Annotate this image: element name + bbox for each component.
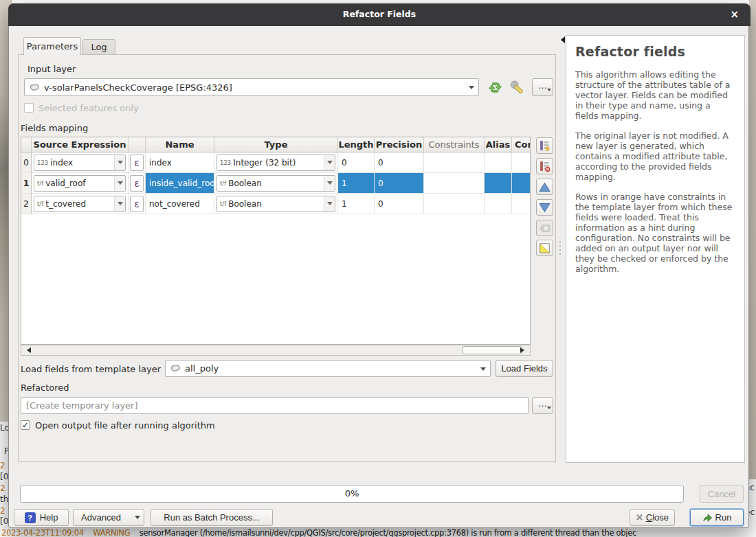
background-log-fragment: 2 — [0, 506, 5, 516]
scroll-right-arrow-icon[interactable] — [520, 347, 527, 353]
collapse-help-panel-arrow-icon[interactable] — [557, 36, 565, 43]
selected-features-label: Selected features only — [38, 103, 139, 113]
length-cell[interactable]: 0 — [338, 152, 375, 173]
name-cell[interactable]: inside_valid_roof — [146, 173, 214, 194]
scrollbar-thumb[interactable] — [463, 346, 522, 354]
comment-cell[interactable] — [512, 152, 531, 173]
advanced-options-button[interactable] — [507, 78, 528, 97]
header-precision: Precision — [375, 137, 424, 152]
selected-features-checkbox[interactable] — [24, 103, 34, 113]
open-output-checkbox[interactable]: ✓ — [21, 420, 30, 430]
title-bar[interactable]: Refactor Fields × — [8, 3, 751, 26]
background-log-fragment: th — [0, 494, 8, 504]
output-destination-value: [Create temporary layer] — [26, 400, 138, 411]
table-row-selected: 1 t/f valid_roof ε inside_valid_roof t/f — [21, 173, 530, 194]
advanced-button[interactable]: Advanced — [73, 509, 144, 526]
type-cell: 123 Integer (32 bit) — [214, 152, 338, 173]
help-button[interactable]: ? Help — [14, 509, 69, 526]
help-paragraph: Rows in orange have constraints in the t… — [575, 192, 735, 274]
advanced-label: Advanced — [81, 512, 121, 523]
length-cell[interactable]: 1 — [338, 194, 375, 214]
name-cell[interactable]: index — [146, 152, 214, 173]
background-log-fragment: [0 — [0, 472, 8, 481]
scroll-left-arrow-icon[interactable] — [24, 347, 31, 353]
source-expression-cell: 123 index — [32, 152, 129, 173]
chevron-down-icon — [118, 181, 123, 187]
table-horizontal-scrollbar[interactable] — [21, 345, 531, 356]
chevron-down-icon — [480, 367, 486, 374]
row-header[interactable]: 2 — [21, 194, 32, 214]
tab-log[interactable]: Log — [82, 39, 115, 55]
window-close-icon[interactable]: × — [730, 8, 739, 21]
type-combobox[interactable]: t/f Boolean — [216, 196, 335, 212]
source-field-name: index — [50, 158, 73, 168]
length-cell[interactable]: 1 — [338, 173, 375, 194]
cancel-button[interactable]: Cancel — [700, 485, 744, 503]
precision-cell[interactable]: 0 — [375, 173, 424, 194]
expression-builder-button[interactable]: ε — [130, 155, 144, 171]
move-field-down-button[interactable] — [536, 199, 553, 216]
row-header[interactable]: 0 — [21, 152, 32, 173]
splitter-handle[interactable] — [559, 241, 561, 255]
clear-fields-button[interactable] — [536, 220, 553, 236]
type-cell: t/f Boolean — [214, 194, 338, 214]
iterate-layer-button[interactable] — [485, 78, 504, 96]
type-cell: t/f Boolean — [214, 173, 338, 194]
combo-arrow-section — [114, 196, 125, 212]
help-label: Help — [40, 512, 58, 523]
alias-cell[interactable] — [485, 173, 512, 194]
load-fields-button[interactable]: Load Fields — [496, 360, 553, 377]
invert-selection-button[interactable] — [536, 240, 553, 256]
source-expression-combobox[interactable]: t/f valid_roof — [34, 175, 126, 192]
run-as-batch-button[interactable]: Run as Batch Process... — [151, 509, 273, 526]
expression-builder-button[interactable]: ε — [130, 175, 144, 192]
template-layer-combobox[interactable]: all_poly — [165, 360, 491, 377]
combo-arrow-section — [114, 155, 125, 170]
type-combobox[interactable]: t/f Boolean — [216, 175, 335, 192]
tab-parameters[interactable]: Parameters — [23, 37, 81, 55]
name-cell[interactable]: not_covered — [146, 194, 214, 214]
alias-cell[interactable] — [485, 194, 512, 214]
polygon-layer-icon — [170, 364, 181, 373]
row-header[interactable]: 1 — [21, 173, 32, 194]
alias-cell[interactable] — [485, 152, 512, 173]
output-destination-input[interactable]: [Create temporary layer] — [21, 397, 529, 414]
output-browse-button[interactable]: … — [532, 397, 553, 414]
help-title: Refactor fields — [575, 44, 735, 59]
background-log-fragment: [0 — [0, 516, 8, 526]
precision-cell[interactable]: 0 — [375, 152, 424, 173]
run-as-batch-label: Run as Batch Process... — [164, 512, 259, 523]
source-expression-combobox[interactable]: 123 index — [34, 155, 126, 171]
close-button[interactable]: ✕ Close — [630, 509, 675, 526]
fields-mapping-table[interactable]: Source Expression Name Type Length Preci… — [21, 137, 531, 345]
add-field-icon — [539, 140, 551, 152]
type-combobox[interactable]: 123 Integer (32 bit) — [216, 155, 335, 171]
comment-cell[interactable] — [512, 173, 531, 194]
question-mark-glyph: ? — [27, 514, 32, 522]
table-row: 2 t/f t_covered ε not_covered t/f Boo — [21, 194, 530, 214]
chevron-down-icon — [327, 161, 333, 167]
field-type-icon: t/f — [37, 180, 43, 187]
expression-cell: ε — [129, 173, 146, 194]
close-x-icon: ✕ — [636, 512, 643, 523]
combo-arrow-section — [324, 196, 335, 212]
background-log-fragment: 2 — [0, 483, 5, 493]
expression-builder-button[interactable]: ε — [130, 196, 144, 212]
move-field-up-button[interactable] — [536, 179, 553, 195]
run-button[interactable]: Run — [690, 509, 744, 526]
chevron-down-icon — [547, 89, 551, 93]
input-layer-browse-button[interactable]: … — [532, 78, 553, 96]
iterate-icon — [487, 80, 503, 95]
comment-cell[interactable] — [512, 194, 531, 214]
background-log-fragment: 2 — [0, 461, 5, 470]
delete-field-button[interactable] — [536, 158, 553, 174]
parameters-panel: Input layer v-solarPanelsCheckCoverage [… — [18, 54, 556, 462]
input-layer-combobox[interactable]: v-solarPanelsCheckCoverage [EPSG:4326] — [24, 78, 479, 96]
chevron-down-icon — [118, 202, 123, 208]
chevron-down-icon — [135, 516, 140, 522]
help-panel: Refactor fields This algorithm allows ed… — [566, 35, 745, 463]
tab-log-label: Log — [91, 42, 107, 52]
add-field-button[interactable] — [536, 137, 553, 154]
source-expression-combobox[interactable]: t/f t_covered — [34, 196, 126, 212]
precision-cell[interactable]: 0 — [375, 194, 424, 214]
